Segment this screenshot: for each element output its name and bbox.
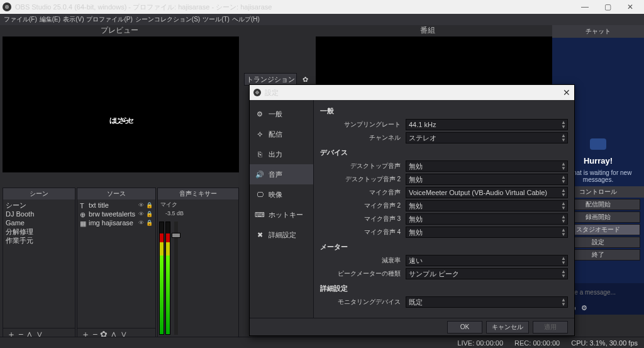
mixer-head: 音声ミキサー [158,188,238,199]
settings-nav: ⚙一般 ⟡配信 ⎘出力 🔊音声 🖵映像 ⌨ホットキー ✖詳細設定 [250,100,314,318]
status-cpu: CPU: 3.1%, 30.00 fps [571,339,638,347]
dialog-title: 設定 [265,88,279,98]
output-icon: ⎘ [255,149,265,159]
status-live: LIVE: 00:00:00 [457,339,503,347]
scene-item[interactable]: DJ Booth [6,210,72,218]
section-advanced: 詳細設定 [320,284,568,293]
menu-edit[interactable]: 編集(E) [40,15,60,24]
transition-button[interactable]: トランジション [244,73,297,86]
ok-button[interactable]: OK [447,321,482,334]
status-bar: LIVE: 00:00:00 REC: 00:00:00 CPU: 3.1%, … [0,337,644,348]
gear-icon[interactable]: ⚙ [581,304,587,312]
visibility-icon[interactable]: 👁 🔒 [138,211,153,217]
nav-stream[interactable]: ⟡配信 [250,124,313,144]
desktop-audio2-select[interactable]: 無効▲▼ [406,174,568,185]
source-item[interactable]: ⊕brw tweetalerts👁 🔒 [80,210,153,218]
menu-help[interactable]: ヘルプ(H) [232,15,260,24]
window-titlebar: OBS Studio 25.0.4 (64-bit, windows) - プロ… [0,0,644,14]
dialog-titlebar: 設定 ✕ [250,85,574,100]
cancel-button[interactable]: キャンセル [486,321,529,334]
svg-text:はじさらセ: はじさらセ [109,116,134,124]
source-item[interactable]: Ttxt title👁 🔒 [80,201,153,210]
section-meter: メーター [320,242,568,252]
obs-logo-icon [253,89,261,96]
chat-head: チャット [552,25,644,38]
monitoring-device-select[interactable]: 既定▲▼ [406,296,568,308]
nav-video[interactable]: 🖵映像 [250,184,313,205]
nav-advanced[interactable]: ✖詳細設定 [250,225,313,245]
menubar: ファイル(F) 編集(E) 表示(V) プロファイル(P) シーンコレクション(… [0,14,644,25]
monitor-icon: 🖵 [255,189,265,199]
visibility-icon[interactable]: 👁 🔒 [138,220,153,226]
image-icon: ▦ [80,220,86,226]
chat-bubble-icon [590,138,606,150]
chat-input[interactable] [564,289,644,296]
mic-audio3-select[interactable]: 無効▲▼ [406,213,568,225]
menu-profile[interactable]: プロファイル(P) [86,15,132,24]
mic-audio4-select[interactable]: 無効▲▼ [406,227,568,238]
channel-select[interactable]: ステレオ▲▼ [406,132,568,143]
text-icon: T [80,202,86,208]
window-title: OBS Studio 25.0.4 (64-bit, windows) - プロ… [15,3,272,12]
peak-meter-select[interactable]: サンプル ピーク▲▼ [406,268,568,279]
scene-item[interactable]: Game [6,218,72,227]
nav-output[interactable]: ⎘出力 [250,144,313,164]
speaker-icon: 🔊 [255,169,265,179]
maximize-button[interactable]: ▢ [596,3,619,11]
apply-button[interactable]: 適用 [533,321,568,334]
scene-item[interactable]: 分解修理 [6,227,72,236]
audio-meter [159,222,164,335]
tools-icon: ✖ [255,230,265,240]
close-button[interactable]: ✕ [619,3,641,11]
sources-dock: ソース Ttxt title👁 🔒 ⊕brw tweetalerts👁 🔒 ▦i… [77,188,156,341]
nav-general[interactable]: ⚙一般 [250,104,313,124]
keyboard-icon: ⌨ [255,210,265,220]
scene-item[interactable]: シーン [6,201,72,210]
mixer-dock: 音声ミキサー マイク -3.5 dB ✿ 🔊 [157,188,239,341]
scenes-dock: シーン シーン DJ Booth Game 分解修理 作業手元 ＋ − ∧ ∨ [3,188,75,341]
settings-dialog: 設定 ✕ ⚙一般 ⟡配信 ⎘出力 🔊音声 🖵映像 ⌨ホットキー ✖詳細設定 一般… [249,84,575,336]
section-general: 一般 [320,106,568,116]
scene-item[interactable]: 作業手元 [6,236,72,245]
sources-head: ソース [77,188,155,199]
sample-rate-select[interactable]: 44.1 kHz▲▼ [406,119,568,130]
decay-rate-select[interactable]: 速い▲▼ [406,255,568,266]
obs-logo-icon [3,3,11,11]
volume-slider[interactable] [174,222,178,335]
antenna-icon: ⟡ [255,129,265,139]
visibility-icon[interactable]: 👁 🔒 [138,202,153,208]
gear-icon: ⚙ [255,109,265,119]
nav-hotkeys[interactable]: ⌨ホットキー [250,205,313,225]
status-rec: REC: 00:00:00 [514,339,560,347]
preview-label: プレビュー [0,25,239,35]
mic-label: マイク [160,201,236,209]
audio-meter [165,222,170,335]
chat-title: Hurray! [584,156,613,166]
preview-canvas[interactable]: はじさらセ [3,36,239,172]
dialog-close-button[interactable]: ✕ [563,87,570,98]
desktop-audio-select[interactable]: 無効▲▼ [406,160,568,172]
section-device: デバイス [320,148,568,157]
mic-db: -3.5 dB [165,210,236,216]
preview-content: はじさらセ [3,37,238,172]
transition-label: トランジション [247,76,295,83]
mic-audio-select[interactable]: VoiceMeeter Output (VB-Audio Virtual Cab… [406,187,568,198]
menu-tools[interactable]: ツール(T) [203,15,230,24]
nav-audio[interactable]: 🔊音声 [250,164,313,184]
scenes-head: シーン [3,188,75,199]
source-item[interactable]: ▦img hajisarase👁 🔒 [80,218,153,227]
settings-content: 一般 サンプリングレート44.1 kHz▲▼ チャンネルステレオ▲▼ デバイス … [314,100,574,318]
mic-audio2-select[interactable]: 無効▲▼ [406,200,568,211]
transition-settings-icon[interactable]: ✿ [299,74,311,85]
minimize-button[interactable]: — [574,3,596,11]
program-label: 番組 [308,25,547,35]
menu-file[interactable]: ファイル(F) [4,15,37,24]
browser-icon: ⊕ [80,211,86,217]
menu-scenecollection[interactable]: シーンコレクション(S) [135,15,200,24]
menu-view[interactable]: 表示(V) [63,15,84,24]
